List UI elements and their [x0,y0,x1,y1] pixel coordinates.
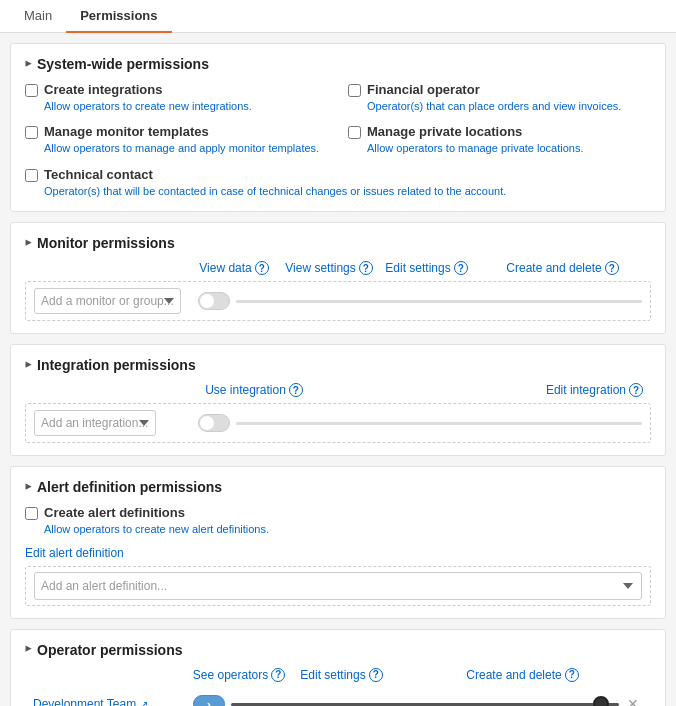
checkbox-private-locations: Manage private locations Allow operators… [348,124,651,156]
edit-alert-label: Edit alert definition [25,546,651,560]
integration-title: Integration permissions [25,357,651,373]
monitor-add-row: Add a monitor or group... [25,281,651,321]
op-dev-team-link[interactable]: Development Team [33,697,136,706]
operator-title: Operator permissions [25,642,651,658]
checkbox-monitor-templates-desc: Allow operators to manage and apply moni… [44,141,328,156]
checkbox-create-integrations-input[interactable] [25,84,38,97]
op-dev-team-thumb[interactable] [593,696,609,706]
alert-title: Alert definition permissions [25,479,651,495]
monitor-edit-settings-label: Edit settings [385,261,450,275]
op-create-label: Create and delete [466,668,561,682]
checkbox-technical-contact-input[interactable] [25,169,38,182]
integration-col-edit: Edit integration ? [319,383,651,397]
monitor-add-select[interactable]: Add a monitor or group... [34,288,181,314]
monitor-create-delete-help-icon[interactable]: ? [605,261,619,275]
integration-use-label: Use integration [205,383,286,397]
op-see-help-icon[interactable]: ? [271,668,285,682]
tabs-bar: Main Permissions [0,0,676,33]
checkbox-financial-operator-desc: Operator(s) that can place orders and vi… [367,99,651,114]
integration-section: Integration permissions Use integration … [10,344,666,456]
monitor-col-edit-settings: Edit settings ? [379,261,474,275]
checkbox-create-integrations: Create integrations Allow operators to c… [25,82,328,114]
checkbox-create-integrations-desc: Allow operators to create new integratio… [44,99,328,114]
op-create-help-icon[interactable]: ? [565,668,579,682]
page-container: Main Permissions System-wide permissions… [0,0,676,706]
monitor-title: Monitor permissions [25,235,651,251]
integration-header-row: Use integration ? Edit integration ? [25,383,651,397]
monitor-select-col: Add a monitor or group... [34,288,194,314]
monitor-edit-settings-help-icon[interactable]: ? [454,261,468,275]
tab-main[interactable]: Main [10,0,66,33]
op-edit-label: Edit settings [300,668,365,682]
integration-edit-help-icon[interactable]: ? [629,383,643,397]
checkbox-create-alert-label: Create alert definitions [44,505,185,520]
integration-toggle[interactable] [198,414,230,432]
checkbox-technical-contact-label: Technical contact [44,167,153,182]
alert-add-row: Add an alert definition... [25,566,651,606]
monitor-view-settings-label: View settings [285,261,355,275]
checkbox-financial-operator: Financial operator Operator(s) that can … [348,82,651,114]
integration-select-col: Add an integration... [34,410,194,436]
integration-edit-label: Edit integration [546,383,626,397]
op-dev-team-track-area [193,695,619,706]
op-dev-team-toggle[interactable] [193,695,225,706]
monitor-create-delete-label: Create and delete [506,261,601,275]
checkbox-create-alert: Create alert definitions Allow operators… [25,505,651,537]
monitor-track [236,300,642,303]
checkbox-private-locations-label: Manage private locations [367,124,522,139]
checkbox-private-locations-desc: Allow operators to manage private locati… [367,141,651,156]
checkbox-monitor-templates: Manage monitor templates Allow operators… [25,124,328,156]
checkbox-monitor-templates-label: Manage monitor templates [44,124,209,139]
checkbox-monitor-templates-input[interactable] [25,126,38,139]
monitor-view-data-help-icon[interactable]: ? [255,261,269,275]
monitor-toggle[interactable] [198,292,230,310]
monitor-col-view-settings: View settings ? [279,261,379,275]
checkbox-create-alert-desc: Allow operators to create new alert defi… [44,522,651,537]
checkbox-technical-contact-desc: Operator(s) that will be contacted in ca… [44,184,651,199]
alert-section: Alert definition permissions Create aler… [10,466,666,618]
op-edit-help-icon[interactable]: ? [369,668,383,682]
op-dev-team-track [231,703,619,706]
checkbox-financial-operator-input[interactable] [348,84,361,97]
checkbox-create-alert-input[interactable] [25,507,38,520]
integration-track [236,422,642,425]
system-wide-section: System-wide permissions Create integrati… [10,43,666,212]
op-col-create: Create and delete ? [394,668,651,682]
op-col-see: See operators ? [189,668,289,682]
op-see-label: See operators [193,668,268,682]
checkbox-private-locations-input[interactable] [348,126,361,139]
monitor-view-settings-help-icon[interactable]: ? [359,261,373,275]
monitor-col-view-data: View data ? [189,261,279,275]
op-dev-team-delete-btn[interactable]: ✕ [623,696,643,706]
system-wide-title: System-wide permissions [25,56,651,72]
integration-use-help-icon[interactable]: ? [289,383,303,397]
alert-add-select[interactable]: Add an alert definition... [34,572,642,600]
system-wide-checkboxes: Create integrations Allow operators to c… [25,82,651,199]
integration-col-use: Use integration ? [189,383,319,397]
checkbox-financial-operator-label: Financial operator [367,82,480,97]
monitor-col-create-delete: Create and delete ? [474,261,651,275]
operator-dev-team-row: Development Team ↗ ✕ [25,688,651,706]
monitor-header-row: View data ? View settings ? Edit setting… [25,261,651,275]
monitor-section: Monitor permissions View data ? View set… [10,222,666,334]
integration-add-row: Add an integration... [25,403,651,443]
tab-permissions[interactable]: Permissions [66,0,171,33]
checkbox-create-integrations-label: Create integrations [44,82,162,97]
checkbox-technical-contact: Technical contact Operator(s) that will … [25,167,651,199]
operator-section: Operator permissions See operators ? Edi… [10,629,666,706]
op-col-edit: Edit settings ? [289,668,394,682]
operator-header-row: See operators ? Edit settings ? Create a… [25,668,651,682]
monitor-view-data-label: View data [199,261,251,275]
op-dev-team-name: Development Team ↗ [33,697,189,706]
monitor-track-area [198,292,642,310]
integration-track-area [198,414,642,432]
integration-add-select[interactable]: Add an integration... [34,410,156,436]
external-link-icon: ↗ [140,699,148,706]
